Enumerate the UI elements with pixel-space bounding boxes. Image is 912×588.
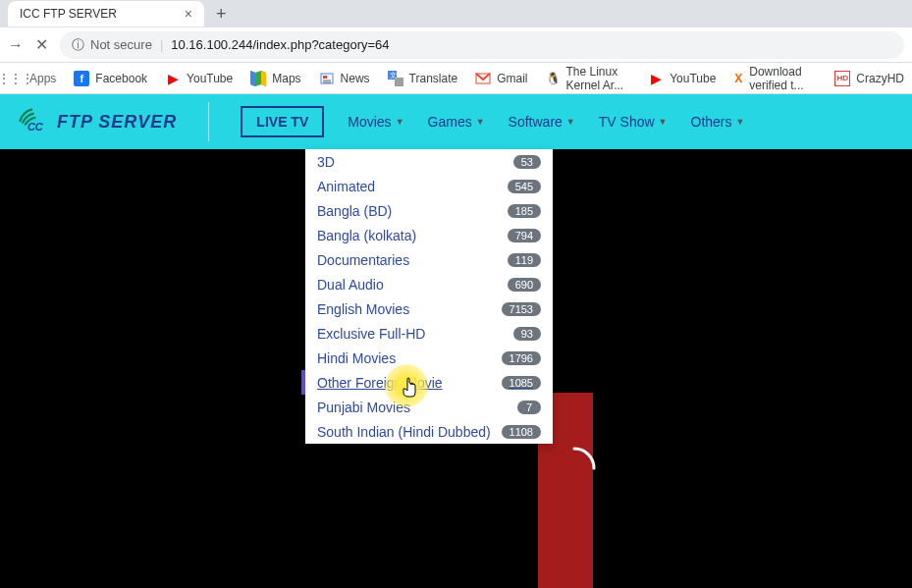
count-badge: 185 bbox=[508, 204, 541, 218]
main-content: 3D53 Animated545 Bangla (BD)185 Bangla (… bbox=[0, 149, 912, 588]
dd-item-bangla-bd[interactable]: Bangla (BD)185 bbox=[305, 198, 553, 223]
count-badge: 119 bbox=[508, 253, 541, 267]
bookmark-label: Download verified t... bbox=[749, 65, 817, 92]
bookmark-maps[interactable]: Maps bbox=[250, 71, 300, 86]
chevron-down-icon: ▼ bbox=[396, 117, 404, 127]
dd-item-punjabi[interactable]: Punjabi Movies7 bbox=[305, 395, 553, 419]
count-badge: 794 bbox=[508, 229, 541, 242]
logo[interactable]: CC FTP SERVER bbox=[16, 105, 177, 138]
count-badge: 93 bbox=[513, 327, 541, 341]
bookmark-label: The Linux Kernel Ar... bbox=[566, 65, 631, 92]
not-secure-label: Not secure bbox=[90, 37, 152, 52]
count-badge: 545 bbox=[508, 180, 541, 193]
svg-text:CC: CC bbox=[27, 121, 44, 133]
nav-games[interactable]: Games▼ bbox=[428, 114, 485, 130]
dd-item-english[interactable]: English Movies7153 bbox=[305, 296, 553, 321]
bookmark-translate[interactable]: 文 Translate bbox=[388, 71, 458, 86]
nav-tv-show[interactable]: TV Show▼ bbox=[599, 114, 668, 130]
x-icon: X bbox=[733, 71, 743, 86]
nav-movies[interactable]: Movies▼ bbox=[348, 114, 403, 130]
tux-icon: 🐧 bbox=[546, 71, 561, 86]
count-badge: 1085 bbox=[502, 376, 541, 390]
apps-button[interactable]: ⋮⋮⋮ Apps bbox=[8, 71, 56, 86]
url-separator: | bbox=[160, 37, 163, 52]
svg-marker-2 bbox=[261, 71, 266, 86]
bookmark-crazyhd[interactable]: HD CrazyHD bbox=[834, 71, 904, 86]
svg-rect-4 bbox=[323, 76, 327, 79]
dd-item-south-indian[interactable]: South Indian (Hindi Dubbed)1108 bbox=[305, 419, 553, 444]
bookmark-label: Facebook bbox=[95, 72, 147, 85]
chevron-down-icon: ▼ bbox=[659, 117, 668, 127]
bookmarks-bar: ⋮⋮⋮ Apps f Facebook ▶ YouTube Maps News … bbox=[0, 63, 912, 94]
facebook-icon: f bbox=[74, 71, 89, 86]
bookmark-linux[interactable]: 🐧 The Linux Kernel Ar... bbox=[546, 65, 631, 92]
bookmark-gmail[interactable]: Gmail bbox=[475, 71, 527, 86]
bookmark-label: YouTube bbox=[187, 72, 233, 85]
live-tv-button[interactable]: LIVE TV bbox=[241, 106, 324, 137]
nav-software[interactable]: Software▼ bbox=[509, 114, 575, 130]
bookmark-label: News bbox=[341, 72, 370, 85]
dd-item-other-foreign[interactable]: Other Foreign Movie1085 bbox=[305, 370, 553, 395]
count-badge: 53 bbox=[513, 155, 541, 169]
dd-item-3d[interactable]: 3D53 bbox=[305, 149, 553, 174]
nav-others[interactable]: Others▼ bbox=[691, 114, 745, 130]
dd-item-animated[interactable]: Animated545 bbox=[305, 174, 553, 198]
loading-spinner-icon bbox=[550, 444, 599, 493]
dd-item-dual-audio[interactable]: Dual Audio690 bbox=[305, 272, 553, 296]
bookmark-label: Translate bbox=[409, 72, 458, 85]
address-bar: → ✕ ⓘ Not secure | 10.16.100.244/index.p… bbox=[0, 27, 912, 63]
browser-chrome: ICC FTP SERVER × + → ✕ ⓘ Not secure | 10… bbox=[0, 0, 912, 94]
svg-text:文: 文 bbox=[390, 72, 397, 79]
news-icon bbox=[319, 71, 335, 86]
browser-tab[interactable]: ICC FTP SERVER × bbox=[8, 1, 204, 27]
close-icon[interactable]: × bbox=[185, 6, 192, 22]
apps-icon: ⋮⋮⋮ bbox=[8, 71, 24, 86]
count-badge: 7 bbox=[517, 401, 541, 414]
info-icon: ⓘ bbox=[72, 36, 84, 54]
bookmark-download[interactable]: X Download verified t... bbox=[733, 65, 817, 92]
chevron-down-icon: ▼ bbox=[476, 117, 485, 127]
hd-icon: HD bbox=[834, 71, 850, 86]
bookmark-label: Gmail bbox=[497, 72, 527, 85]
chevron-down-icon: ▼ bbox=[566, 117, 575, 127]
count-badge: 1108 bbox=[502, 425, 541, 439]
translate-icon: 文 bbox=[388, 71, 403, 86]
youtube-icon: ▶ bbox=[165, 71, 181, 86]
site-header: CC FTP SERVER LIVE TV Movies▼ Games▼ Sof… bbox=[0, 94, 912, 149]
bookmark-label: CrazyHD bbox=[856, 72, 904, 85]
nav-menu: Movies▼ Games▼ Software▼ TV Show▼ Others… bbox=[348, 114, 744, 130]
dd-item-documentaries[interactable]: Documentaries119 bbox=[305, 247, 553, 272]
logo-icon: CC bbox=[16, 105, 49, 138]
bookmark-youtube-2[interactable]: ▶ YouTube bbox=[648, 71, 716, 86]
divider bbox=[208, 102, 209, 141]
apps-label: Apps bbox=[29, 72, 56, 85]
bookmark-youtube[interactable]: ▶ YouTube bbox=[165, 71, 233, 86]
url-field[interactable]: ⓘ Not secure | 10.16.100.244/index.php?c… bbox=[60, 31, 904, 59]
bookmark-label: YouTube bbox=[670, 72, 716, 85]
svg-marker-1 bbox=[250, 71, 255, 86]
tab-bar: ICC FTP SERVER × + bbox=[0, 0, 912, 27]
dd-item-hindi[interactable]: Hindi Movies1796 bbox=[305, 346, 553, 370]
url-text: 10.16.100.244/index.php?category=64 bbox=[171, 37, 389, 52]
stop-button[interactable]: ✕ bbox=[35, 35, 48, 54]
count-badge: 690 bbox=[508, 278, 541, 292]
count-badge: 1796 bbox=[502, 351, 541, 365]
new-tab-button[interactable]: + bbox=[216, 4, 227, 25]
movies-dropdown: 3D53 Animated545 Bangla (BD)185 Bangla (… bbox=[305, 149, 553, 444]
gmail-icon bbox=[475, 71, 491, 86]
count-badge: 7153 bbox=[502, 302, 541, 316]
dd-item-exclusive[interactable]: Exclusive Full-HD93 bbox=[305, 321, 553, 346]
forward-button[interactable]: → bbox=[8, 36, 24, 54]
maps-icon bbox=[250, 71, 266, 86]
youtube-icon: ▶ bbox=[648, 71, 664, 86]
bookmark-label: Maps bbox=[272, 72, 300, 85]
brand-text: FTP SERVER bbox=[57, 112, 177, 133]
tab-title: ICC FTP SERVER bbox=[20, 7, 117, 21]
bookmark-facebook[interactable]: f Facebook bbox=[74, 71, 147, 86]
svg-rect-8 bbox=[395, 78, 403, 86]
chevron-down-icon: ▼ bbox=[736, 117, 745, 127]
dd-item-bangla-kolkata[interactable]: Bangla (kolkata)794 bbox=[305, 223, 553, 247]
bookmark-news[interactable]: News bbox=[319, 71, 370, 86]
